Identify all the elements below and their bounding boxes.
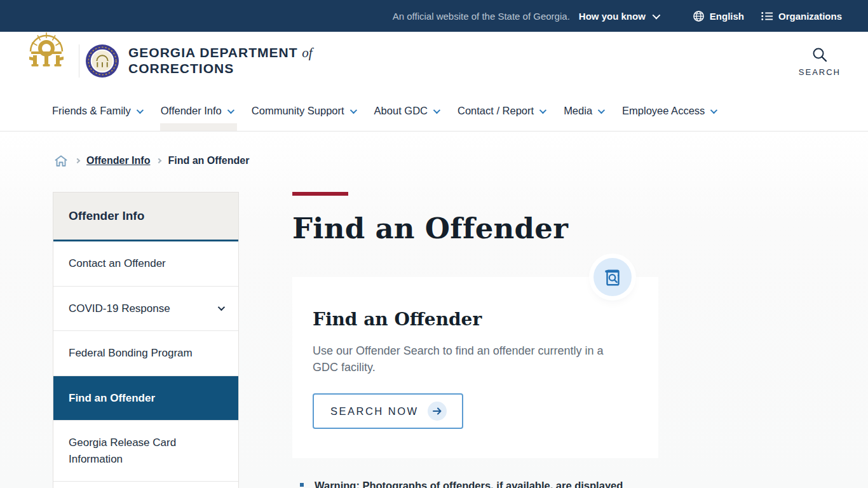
red-accent-line (292, 192, 348, 196)
page-title: Find an Offender (292, 212, 658, 245)
official-website-message: An official website of the State of Geor… (393, 11, 570, 22)
chevron-down-icon (349, 106, 356, 113)
sidebar-item-label: Georgia Release Card Information (69, 435, 196, 467)
chevron-down-icon (539, 106, 546, 113)
list-icon (761, 11, 773, 22)
sidebar-item-label: COVID-19 Response (69, 301, 170, 317)
breadcrumb: Offender Info Find an Offender (0, 132, 868, 171)
language-label: English (710, 11, 744, 22)
sidebar-item-covid-19-response[interactable]: COVID-19 Response (53, 287, 238, 332)
site-title-of: of (302, 45, 312, 60)
search-now-button[interactable]: SEARCH NOW (313, 393, 463, 429)
sidebar-item-label: Federal Bonding Program (69, 345, 193, 362)
page-body: Offender Info Find an Offender Offender … (0, 132, 868, 488)
nav-label: Offender Info (161, 105, 222, 117)
header-divider (79, 44, 79, 78)
nav-label: About GDC (374, 105, 428, 117)
sidebar-offender-info: Offender Info Contact an Offender COVID-… (53, 192, 239, 488)
gdc-seal-icon[interactable] (85, 44, 119, 78)
breadcrumb-current-page: Find an Offender (168, 155, 249, 166)
site-title[interactable]: GEORGIA DEPARTMENT of CORRECTIONS (128, 45, 313, 77)
arrow-circle (428, 402, 447, 421)
nav-label: Media (564, 105, 592, 117)
home-icon[interactable] (53, 153, 69, 168)
sidebar-item-label: Find an Offender (69, 390, 155, 407)
chevron-right-icon (156, 158, 161, 163)
sidebar-title: Offender Info (53, 193, 238, 241)
search-icon (811, 46, 828, 63)
sidebar-item-label: Contact an Offender (69, 255, 166, 272)
bullet-icon (300, 483, 304, 487)
search-now-label: SEARCH NOW (330, 405, 419, 417)
document-search-badge (593, 258, 632, 296)
main-navigation: Friends & Family Offender Info Community… (0, 91, 868, 132)
sidebar-item-find-an-offender[interactable]: Find an Offender (53, 376, 238, 421)
sidebar-item-incarcerated-veterans[interactable]: Incarcerated Veterans (53, 482, 238, 488)
chevron-down-icon (433, 106, 440, 113)
how-you-know-label: How you know (579, 11, 646, 22)
organizations-button[interactable]: Organizations (761, 11, 842, 22)
how-you-know-button[interactable]: How you know (579, 11, 658, 22)
chevron-down-icon (137, 106, 144, 113)
main-column: Find an Offender Find an Offender Use ou… (292, 192, 658, 488)
nav-offender-info[interactable]: Offender Info (161, 91, 233, 131)
nav-employee-access[interactable]: Employee Access (622, 91, 715, 131)
site-title-line1: GEORGIA DEPARTMENT (128, 45, 298, 60)
site-title-line2: CORRECTIONS (128, 61, 313, 77)
globe-icon (693, 10, 705, 22)
organizations-label: Organizations (778, 11, 842, 22)
nav-contact-report[interactable]: Contact / Report (458, 91, 545, 131)
arrow-right-icon (432, 407, 442, 416)
document-search-icon (602, 266, 623, 288)
breadcrumb-offender-info-link[interactable]: Offender Info (86, 155, 150, 166)
nav-label: Contact / Report (458, 105, 534, 117)
language-selector[interactable]: English (693, 10, 744, 22)
chevron-down-icon (710, 106, 717, 113)
chevron-down-icon (598, 106, 605, 113)
nav-friends-family[interactable]: Friends & Family (52, 91, 142, 131)
find-offender-card-wrap: Find an Offender Use our Offender Search… (292, 277, 658, 458)
nav-media[interactable]: Media (564, 91, 603, 131)
sidebar-item-georgia-release-card[interactable]: Georgia Release Card Information (53, 421, 238, 482)
chevron-down-icon (218, 304, 225, 311)
content-area: Offender Info Contact an Offender COVID-… (0, 192, 868, 488)
card-title: Find an Offender (313, 309, 638, 330)
warning-text: Warning: Photographs of offenders, if av… (315, 478, 623, 488)
nav-community-support[interactable]: Community Support (252, 91, 355, 131)
warning-list-item: Warning: Photographs of offenders, if av… (292, 478, 658, 488)
chevron-down-icon (652, 11, 660, 19)
nav-about-gdc[interactable]: About GDC (374, 91, 438, 131)
chevron-down-icon (227, 106, 234, 113)
georgia-arch-icon (26, 29, 67, 69)
site-header: GEORGIA DEPARTMENT of CORRECTIONS SEARCH (0, 32, 868, 91)
chevron-right-icon (75, 158, 80, 163)
sidebar-item-federal-bonding-program[interactable]: Federal Bonding Program (53, 331, 238, 376)
nav-label: Friends & Family (52, 105, 131, 117)
find-offender-card: Find an Offender Use our Offender Search… (292, 277, 658, 458)
header-search-button[interactable]: SEARCH (799, 46, 841, 77)
nav-label: Community Support (252, 105, 344, 117)
nav-label: Employee Access (622, 105, 705, 117)
sidebar-item-contact-an-offender[interactable]: Contact an Offender (53, 241, 238, 287)
search-label: SEARCH (799, 67, 841, 77)
official-state-bar: An official website of the State of Geor… (0, 0, 868, 32)
card-description: Use our Offender Search to find an offen… (313, 342, 625, 376)
